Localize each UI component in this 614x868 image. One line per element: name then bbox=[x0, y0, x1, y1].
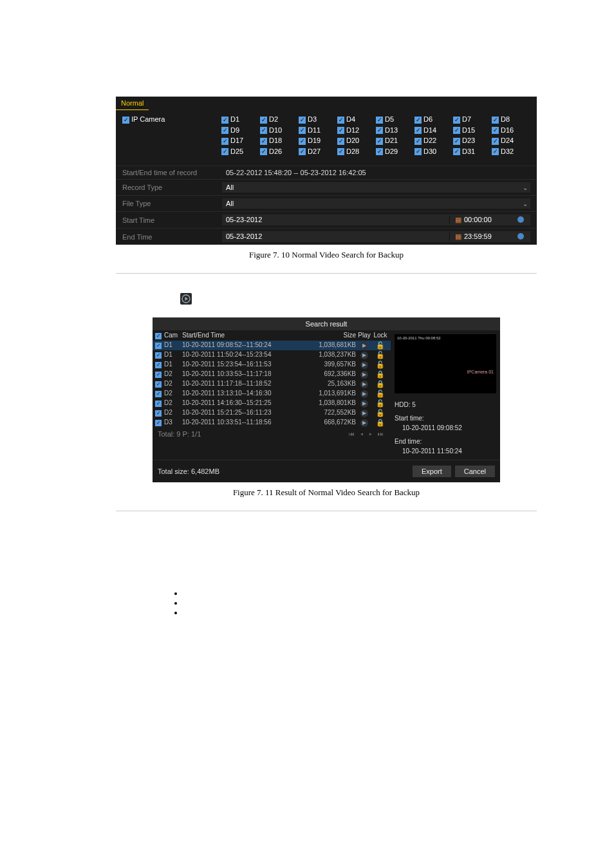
checkbox-icon: ✓ bbox=[337, 148, 344, 155]
camera-checkbox[interactable]: ✓D18 bbox=[260, 137, 299, 145]
checkbox-icon: ✓ bbox=[221, 117, 228, 124]
camera-checkbox[interactable]: ✓D27 bbox=[299, 147, 337, 156]
camera-checkbox[interactable]: ✓D16 bbox=[492, 126, 530, 135]
pager-controls[interactable]: ⏮ ◀ ▶ ⏭ bbox=[349, 431, 386, 437]
camera-checkbox[interactable]: ✓D7 bbox=[453, 115, 492, 124]
camera-checkbox[interactable]: ✓D12 bbox=[337, 126, 376, 135]
chevron-down-icon: ⌄ bbox=[523, 184, 528, 191]
result-row[interactable]: ✓D110-20-2011 09:08:52--11:50:241,038,68… bbox=[153, 341, 391, 350]
camera-checkbox[interactable]: ✓D28 bbox=[337, 147, 376, 156]
row-checkbox[interactable]: ✓ bbox=[155, 410, 162, 417]
lock-open-icon[interactable]: 🔓 bbox=[376, 361, 385, 368]
result-row[interactable]: ✓D210-20-2011 11:17:18--11:18:5225,163KB… bbox=[153, 379, 391, 389]
lock-open-icon[interactable]: 🔓 bbox=[376, 390, 385, 397]
header-lock: Lock bbox=[373, 332, 388, 339]
lock-closed-icon[interactable]: 🔒 bbox=[376, 380, 385, 388]
bullet-item bbox=[183, 608, 537, 617]
result-row[interactable]: ✓D210-20-2011 10:33:53--11:17:18692,336K… bbox=[153, 370, 391, 379]
camera-checkbox[interactable]: ✓D6 bbox=[414, 115, 453, 124]
camera-checkbox[interactable]: ✓D5 bbox=[376, 115, 414, 124]
play-icon[interactable]: ▶ bbox=[360, 390, 368, 398]
checkbox-icon: ✓ bbox=[376, 117, 383, 124]
row-size: 1,013,691KB bbox=[311, 390, 356, 398]
camera-checkbox[interactable]: ✓D2 bbox=[260, 115, 299, 124]
end-time-row: End Time 05-23-2012 ▦23:59:59 bbox=[116, 228, 537, 245]
preview-thumbnail[interactable]: 10-20-2011 Thu 09:08:52 IPCamera 01 bbox=[395, 334, 496, 393]
lock-open-icon[interactable]: 🔓 bbox=[376, 399, 385, 407]
row-checkbox[interactable]: ✓ bbox=[155, 420, 162, 426]
clock-icon bbox=[517, 216, 524, 223]
result-row[interactable]: ✓D210-20-2011 15:21:25--16:11:23722,552K… bbox=[153, 408, 391, 418]
camera-checkbox[interactable]: ✓D22 bbox=[414, 137, 453, 145]
row-size: 399,657KB bbox=[311, 361, 356, 369]
ip-camera-checkbox[interactable]: ✓IP Camera bbox=[122, 115, 221, 124]
clock-icon bbox=[517, 233, 524, 240]
result-row[interactable]: ✓D210-20-2011 13:13:10--14:16:301,013,69… bbox=[153, 389, 391, 399]
play-icon[interactable]: ▶ bbox=[360, 410, 368, 417]
end-clock-input[interactable]: ▦23:59:59 bbox=[449, 232, 526, 241]
end-date-input[interactable]: 05-23-2012 bbox=[226, 232, 449, 241]
start-clock-input[interactable]: ▦00:00:00 bbox=[449, 216, 526, 224]
start-date-input[interactable]: 05-23-2012 bbox=[226, 216, 449, 224]
play-icon[interactable]: ▶ bbox=[360, 400, 368, 408]
camera-checkbox[interactable]: ✓D10 bbox=[260, 126, 299, 135]
camera-checkbox[interactable]: ✓D11 bbox=[299, 126, 337, 135]
normal-search-panel: Normal ✓IP Camera ✓D1✓D2✓D3✓D4✓D5✓D6✓D7✓… bbox=[116, 97, 537, 245]
camera-checkbox[interactable]: ✓D32 bbox=[492, 147, 530, 156]
lock-open-icon[interactable]: 🔓 bbox=[376, 341, 385, 349]
row-checkbox[interactable]: ✓ bbox=[155, 352, 162, 359]
lock-open-icon[interactable]: 🔓 bbox=[376, 409, 385, 417]
play-icon[interactable]: ▶ bbox=[360, 371, 368, 379]
row-cam: D3 bbox=[164, 419, 182, 427]
file-type-select[interactable]: All⌄ bbox=[222, 198, 530, 209]
header-check[interactable]: ✓ bbox=[155, 332, 164, 339]
camera-checkbox[interactable]: ✓D21 bbox=[376, 137, 414, 145]
row-checkbox[interactable]: ✓ bbox=[155, 372, 162, 378]
result-row[interactable]: ✓D310-20-2011 10:33:51--11:18:56668,672K… bbox=[153, 418, 391, 428]
cancel-button[interactable]: Cancel bbox=[455, 466, 495, 477]
tab-normal[interactable]: Normal bbox=[116, 97, 149, 110]
row-size: 1,038,237KB bbox=[311, 351, 356, 359]
camera-checkbox[interactable]: ✓D15 bbox=[453, 126, 492, 135]
play-icon[interactable]: ▶ bbox=[360, 352, 368, 359]
export-button[interactable]: Export bbox=[413, 466, 451, 477]
camera-checkbox[interactable]: ✓D24 bbox=[492, 137, 530, 145]
camera-checkbox[interactable]: ✓D31 bbox=[453, 147, 492, 156]
camera-checkbox[interactable]: ✓D9 bbox=[221, 126, 260, 135]
camera-checkbox[interactable]: ✓D23 bbox=[453, 137, 492, 145]
lock-open-icon[interactable]: 🔓 bbox=[376, 351, 385, 359]
camera-checkbox[interactable]: ✓D8 bbox=[492, 115, 530, 124]
camera-checkbox[interactable]: ✓D19 bbox=[299, 137, 337, 145]
play-icon[interactable]: ▶ bbox=[360, 419, 368, 427]
row-checkbox[interactable]: ✓ bbox=[155, 381, 162, 388]
play-icon[interactable]: ▶ bbox=[360, 381, 368, 388]
play-icon[interactable]: ▶ bbox=[360, 361, 368, 369]
camera-checkbox[interactable]: ✓D1 bbox=[221, 115, 260, 124]
row-checkbox[interactable]: ✓ bbox=[155, 391, 162, 397]
lock-closed-icon[interactable]: 🔒 bbox=[376, 370, 385, 378]
total-size: Total size: 6,482MB bbox=[158, 467, 219, 475]
play-icon[interactable]: ▶ bbox=[360, 342, 368, 350]
result-row[interactable]: ✓D110-20-2011 15:23:54--16:11:53399,657K… bbox=[153, 360, 391, 370]
camera-checkbox[interactable]: ✓D4 bbox=[337, 115, 376, 124]
row-checkbox[interactable]: ✓ bbox=[155, 362, 162, 368]
ip-camera-label: IP Camera bbox=[131, 115, 165, 123]
result-row[interactable]: ✓D110-20-2011 11:50:24--15:23:541,038,23… bbox=[153, 350, 391, 360]
camera-checkbox[interactable]: ✓D3 bbox=[299, 115, 337, 124]
row-checkbox[interactable]: ✓ bbox=[155, 401, 162, 407]
camera-checkbox[interactable]: ✓D13 bbox=[376, 126, 414, 135]
record-type-select[interactable]: All⌄ bbox=[222, 182, 530, 193]
camera-checkbox[interactable]: ✓D29 bbox=[376, 147, 414, 156]
checkbox-icon: ✓ bbox=[260, 127, 267, 134]
camera-checkbox[interactable]: ✓D20 bbox=[337, 137, 376, 145]
camera-checkbox[interactable]: ✓D25 bbox=[221, 147, 260, 156]
row-checkbox[interactable]: ✓ bbox=[155, 343, 162, 349]
result-row[interactable]: ✓D210-20-2011 14:16:30--15:21:251,038,80… bbox=[153, 399, 391, 408]
bullet-item bbox=[183, 589, 537, 598]
camera-checkbox[interactable]: ✓D17 bbox=[221, 137, 260, 145]
camera-checkbox[interactable]: ✓D14 bbox=[414, 126, 453, 135]
lock-closed-icon[interactable]: 🔒 bbox=[376, 419, 385, 426]
camera-checkbox[interactable]: ✓D26 bbox=[260, 147, 299, 156]
row-time: 10-20-2011 11:50:24--15:23:54 bbox=[182, 351, 311, 359]
camera-checkbox[interactable]: ✓D30 bbox=[414, 147, 453, 156]
